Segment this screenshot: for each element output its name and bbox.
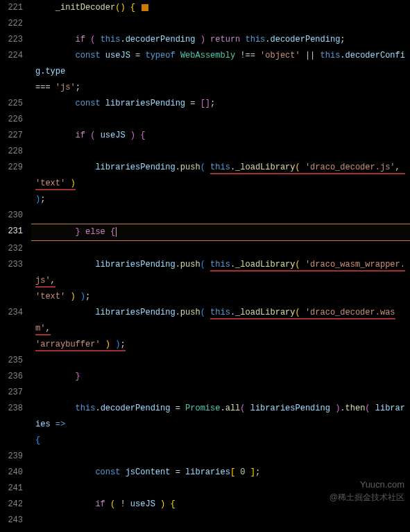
- code-line[interactable]: 239: [0, 449, 410, 465]
- code-line[interactable]: 225 const librariesPending = [];: [0, 96, 410, 112]
- line-number: 228: [0, 144, 31, 160]
- code-line[interactable]: 233 librariesPending.push( this._loadLib…: [0, 257, 410, 289]
- code-line[interactable]: 222: [0, 16, 410, 32]
- code-line[interactable]: 232: [0, 241, 410, 257]
- function-name: _initDecoder: [55, 3, 115, 13]
- suggestion-icon: [142, 4, 148, 11]
- line-number: 225: [0, 96, 31, 112]
- line-number: 223: [0, 32, 31, 48]
- code-line[interactable]: 240 const jsContent = libraries[ 0 ];: [0, 465, 410, 481]
- line-number: 235: [0, 353, 31, 369]
- code-line[interactable]: 228: [0, 144, 410, 160]
- text-cursor: [116, 227, 117, 237]
- code-line[interactable]: 227 if ( useJS ) {: [0, 128, 410, 144]
- code-editor[interactable]: 221 _initDecoder() { 222 223 if ( this.d…: [0, 0, 410, 532]
- line-number: 221: [0, 0, 31, 16]
- code-line[interactable]: 229 librariesPending.push( this._loadLib…: [0, 160, 410, 192]
- code-line[interactable]: 236 }: [0, 369, 410, 385]
- line-number: 236: [0, 369, 31, 385]
- code-line[interactable]: 243: [0, 513, 410, 529]
- code-line[interactable]: 224 const useJS = typeof WebAssembly !==…: [0, 48, 410, 80]
- line-number: 243: [0, 513, 31, 529]
- code-line[interactable]: 244 this.decoderConfig.wasmBinary = libr…: [0, 529, 410, 532]
- code-line-wrap[interactable]: );: [0, 192, 410, 208]
- line-number: 222: [0, 16, 31, 32]
- code-line[interactable]: 234 librariesPending.push( this._loadLib…: [0, 305, 410, 337]
- line-number: 244: [0, 529, 31, 532]
- code-line[interactable]: 230: [0, 208, 410, 224]
- code-line-wrap[interactable]: {: [0, 433, 410, 449]
- line-number: 226: [0, 112, 31, 128]
- code-line-wrap[interactable]: 'arraybuffer' ) );: [0, 337, 410, 353]
- line-number: 233: [0, 257, 31, 273]
- line-number: 239: [0, 449, 31, 465]
- line-number: 231: [0, 224, 31, 240]
- line-number: 224: [0, 48, 31, 64]
- line-number: 237: [0, 385, 31, 401]
- line-number: 232: [0, 241, 31, 257]
- code-line[interactable]: 235: [0, 353, 410, 369]
- line-number: 230: [0, 208, 31, 224]
- line-number: 234: [0, 305, 31, 321]
- code-line[interactable]: 238 this.decoderPending = Promise.all( l…: [0, 401, 410, 433]
- line-number: 227: [0, 128, 31, 144]
- code-line-active[interactable]: 231 } else {: [0, 224, 410, 241]
- line-number: 241: [0, 481, 31, 497]
- watermark-text: @稀土掘金技术社区: [330, 492, 404, 504]
- code-line[interactable]: 237: [0, 385, 410, 401]
- code-line[interactable]: 226: [0, 112, 410, 128]
- line-number: 242: [0, 497, 31, 513]
- line-number: 229: [0, 160, 31, 176]
- line-number: 240: [0, 465, 31, 481]
- code-line-wrap[interactable]: === 'js';: [0, 80, 410, 96]
- code-line[interactable]: 221 _initDecoder() {: [0, 0, 410, 16]
- watermark-text: Yuucn.com: [360, 479, 404, 490]
- line-number: 238: [0, 401, 31, 417]
- code-line[interactable]: 223 if ( this.decoderPending ) return th…: [0, 32, 410, 48]
- code-line-wrap[interactable]: 'text' ) );: [0, 289, 410, 305]
